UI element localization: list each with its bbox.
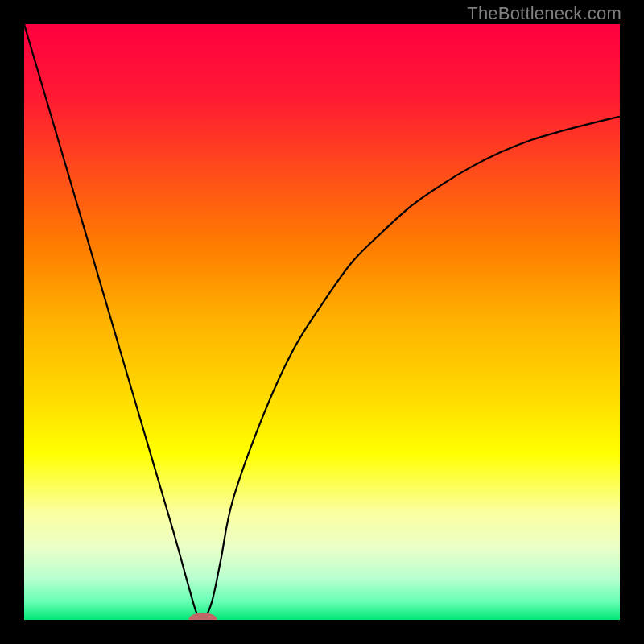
chart-plot-area <box>24 24 620 620</box>
watermark-text: TheBottleneck.com <box>467 3 621 24</box>
chart-background <box>24 24 620 620</box>
chart-svg <box>24 24 620 620</box>
chart-frame: TheBottleneck.com <box>0 0 644 644</box>
